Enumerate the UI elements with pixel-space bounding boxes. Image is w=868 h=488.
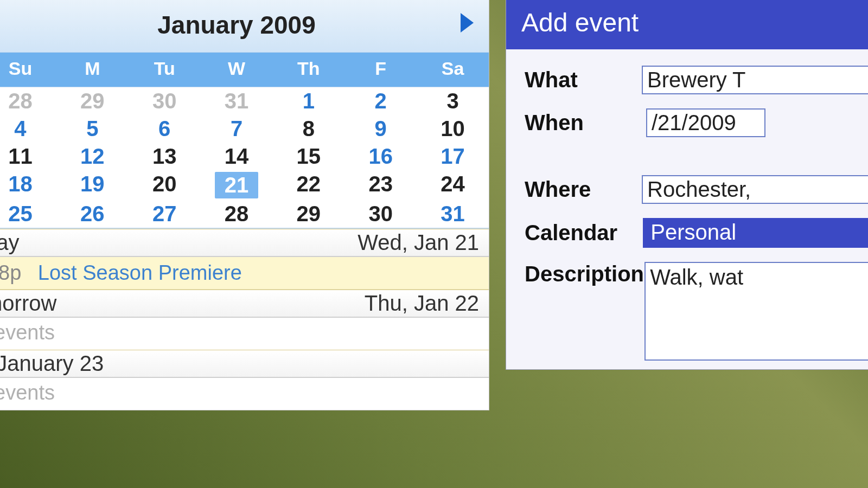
- day-number: 11: [8, 144, 33, 168]
- day-number: 21: [215, 172, 259, 198]
- day-number: 25: [8, 202, 33, 226]
- day-number: 28: [225, 202, 249, 226]
- day-number: 12: [80, 144, 105, 168]
- where-input[interactable]: [642, 175, 868, 204]
- agenda-event-title: Lost Season Premiere: [38, 261, 242, 284]
- agenda-today-event[interactable]: 8p Lost Season Premiere: [0, 257, 489, 290]
- day-cell[interactable]: 18: [0, 170, 56, 200]
- calendar-grid: 2829303112345678910111213141516171819202…: [0, 87, 489, 228]
- day-number: 27: [152, 202, 177, 226]
- day-cell[interactable]: 20: [129, 170, 201, 200]
- day-cell[interactable]: 31: [417, 200, 489, 228]
- dow-f: F: [344, 53, 417, 87]
- day-cell[interactable]: 7: [201, 115, 273, 143]
- description-input[interactable]: [644, 262, 868, 361]
- day-number: 30: [368, 202, 393, 226]
- day-number: 20: [152, 172, 177, 196]
- when-input[interactable]: [646, 108, 765, 137]
- day-cell[interactable]: 23: [344, 170, 417, 200]
- day-cell[interactable]: 15: [272, 143, 344, 170]
- day-cell[interactable]: 22: [272, 170, 344, 200]
- day-cell[interactable]: 11: [0, 143, 56, 170]
- calendar-header: January 2009: [0, 0, 489, 53]
- day-number: 13: [152, 144, 177, 168]
- day-number: 28: [8, 89, 33, 113]
- day-number: 22: [297, 172, 321, 196]
- day-cell[interactable]: 27: [129, 200, 201, 228]
- calendar-week-row: 45678910: [0, 115, 489, 143]
- add-event-title: Add event: [506, 0, 868, 49]
- what-label: What: [525, 68, 642, 92]
- where-label: Where: [525, 177, 642, 202]
- day-number: 16: [368, 144, 393, 168]
- day-cell[interactable]: 4: [0, 115, 56, 143]
- day-cell[interactable]: 24: [417, 170, 489, 200]
- day-number: 24: [441, 172, 465, 196]
- day-cell[interactable]: 21: [201, 170, 273, 200]
- day-number: 29: [297, 202, 321, 226]
- agenda-tomorrow-empty: events: [0, 318, 489, 350]
- add-event-panel: Add event What When Where Calendar Perso…: [506, 0, 868, 370]
- day-cell[interactable]: 3: [417, 87, 489, 115]
- day-cell[interactable]: 6: [129, 115, 201, 143]
- day-cell[interactable]: 31: [201, 87, 273, 115]
- agenda-tomorrow-header: morrow Thu, Jan 22: [0, 290, 489, 318]
- day-cell[interactable]: 30: [344, 200, 417, 228]
- day-cell[interactable]: 8: [272, 115, 344, 143]
- day-cell[interactable]: 25: [0, 200, 56, 228]
- day-number: 4: [14, 117, 26, 140]
- when-label: When: [525, 111, 646, 135]
- day-cell[interactable]: 30: [129, 87, 201, 115]
- day-cell[interactable]: 14: [201, 143, 273, 170]
- day-number: 17: [441, 144, 465, 168]
- day-number: 6: [158, 117, 170, 140]
- day-number: 7: [231, 117, 242, 140]
- dow-w: W: [201, 53, 273, 87]
- agenda-fri-header: , January 23: [0, 350, 489, 378]
- day-number: 18: [8, 172, 33, 196]
- day-number: 30: [152, 89, 177, 113]
- next-month-arrow-icon[interactable]: [461, 13, 474, 33]
- day-cell[interactable]: 16: [344, 143, 417, 170]
- day-number: 10: [441, 117, 465, 140]
- calendar-select[interactable]: Personal: [643, 218, 868, 248]
- dow-sa: Sa: [417, 53, 489, 87]
- day-cell[interactable]: 10: [417, 115, 489, 143]
- day-cell[interactable]: 29: [56, 87, 129, 115]
- what-input[interactable]: [642, 66, 868, 94]
- agenda-event-time: 8p: [0, 261, 21, 284]
- day-number: 31: [225, 89, 249, 113]
- calendar-week-row: 25262728293031: [0, 200, 489, 228]
- day-cell[interactable]: 29: [272, 200, 344, 228]
- day-cell[interactable]: 26: [56, 200, 129, 228]
- day-number: 14: [225, 144, 249, 168]
- day-number: 2: [375, 89, 387, 113]
- calendar-label: Calendar: [525, 221, 643, 245]
- calendar-week-row: 11121314151617: [0, 143, 489, 170]
- day-cell[interactable]: 9: [344, 115, 417, 143]
- description-label: Description: [525, 262, 644, 286]
- day-cell[interactable]: 19: [56, 170, 129, 200]
- agenda-fri-label: , January 23: [0, 351, 104, 376]
- agenda-today-date: Wed, Jan 21: [358, 230, 479, 255]
- day-cell[interactable]: 13: [129, 143, 201, 170]
- day-number: 9: [375, 117, 387, 140]
- day-number: 15: [297, 144, 321, 168]
- day-cell[interactable]: 1: [272, 87, 344, 115]
- agenda-fri-empty: events: [0, 378, 489, 410]
- day-cell[interactable]: 5: [56, 115, 129, 143]
- day-number: 26: [80, 202, 105, 226]
- day-number: 3: [446, 89, 458, 113]
- calendar-week-row: 18192021222324: [0, 170, 489, 200]
- calendar-month-title: January 2009: [157, 10, 316, 40]
- day-cell[interactable]: 28: [201, 200, 273, 228]
- calendar-week-row: 28293031123: [0, 87, 489, 115]
- dow-th: Th: [272, 53, 344, 87]
- dow-su: Su: [0, 53, 56, 87]
- day-cell[interactable]: 28: [0, 87, 56, 115]
- day-number: 31: [441, 202, 465, 226]
- day-cell[interactable]: 2: [344, 87, 417, 115]
- day-cell[interactable]: 17: [417, 143, 489, 170]
- agenda-today-label: day: [0, 230, 20, 255]
- day-cell[interactable]: 12: [56, 143, 129, 170]
